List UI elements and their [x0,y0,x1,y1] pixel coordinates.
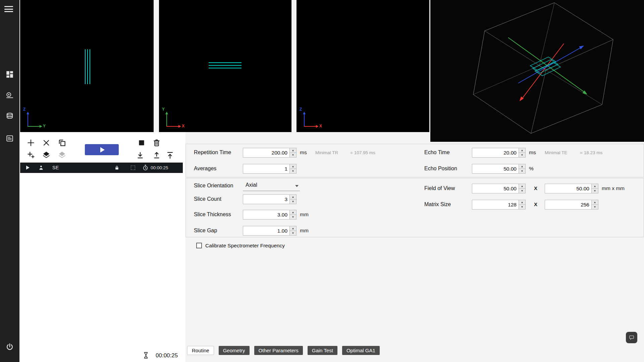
repetition-time-input[interactable]: 200.00 ▲▼ [243,148,297,158]
upload-button[interactable] [152,151,161,160]
spin-up-icon[interactable]: ▲ [592,200,598,205]
stop-icon [137,138,146,147]
z-axis-arrowhead-icon [303,112,306,114]
minimal-te-value: = 18.23 ms [580,150,602,155]
edit-slices-button[interactable] [42,150,51,159]
spin-down-icon[interactable]: ▼ [290,169,296,173]
averages-value[interactable]: 1 [243,164,289,173]
spin-down-icon[interactable]: ▼ [290,153,296,157]
slice-gap-value[interactable]: 1.00 [243,226,289,235]
layers-disabled-icon [58,150,66,159]
parameter-tabs: Routine Geometry Other Parameters Gain T… [187,346,380,355]
slice-count-input[interactable]: 3 ▲▼ [243,194,297,204]
sidebar [0,0,19,362]
slice-gap-input[interactable]: 1.00 ▲▼ [243,226,297,236]
field-of-view-y-value[interactable]: 50.00 [545,184,591,193]
axis-indicator: Z X [300,110,323,129]
slice-line [85,49,86,84]
tab-routine[interactable]: Routine [187,346,214,355]
spin-up-icon[interactable]: ▲ [290,148,296,153]
axis-indicator: Z Y [23,110,47,129]
publish-button[interactable] [166,151,174,160]
calibrate-checkbox[interactable] [196,243,202,248]
slice-thickness-input[interactable]: 3.00 ▲▼ [243,210,297,220]
viewport-3d[interactable] [430,0,644,142]
slice-line [209,62,241,63]
stop-button[interactable] [137,138,146,147]
spin-up-icon[interactable]: ▲ [519,148,525,153]
spin-down-icon[interactable]: ▼ [592,189,598,193]
field-of-view-y-input[interactable]: 50.00 ▲▼ [545,184,598,193]
tab-optimal-ga1[interactable]: Optimal GA1 [342,346,380,355]
download-button[interactable] [136,151,145,160]
axis-indicator: Y X [162,110,186,129]
viewport-coronal[interactable]: Y X [159,0,291,132]
spin-down-icon[interactable]: ▼ [519,169,525,173]
tab-other-parameters[interactable]: Other Parameters [254,346,303,355]
spin-up-icon[interactable]: ▲ [290,226,296,231]
echo-position-value[interactable]: 50.00 [472,164,519,173]
spin-up-icon[interactable]: ▲ [519,184,525,189]
spin-down-icon[interactable]: ▼ [519,205,525,209]
repetition-time-value[interactable]: 200.00 [243,148,289,157]
viewport-axial[interactable]: Z X [297,0,429,132]
sidebar-item-dashboard[interactable] [5,70,14,79]
queue-timer: 00:00:25 [151,165,168,170]
averages-input[interactable]: 1 ▲▼ [243,164,297,174]
matrix-size-x-value[interactable]: 128 [472,200,519,209]
power-button[interactable] [5,343,14,351]
spin-up-icon[interactable]: ▲ [290,164,296,169]
spin-down-icon[interactable]: ▼ [290,215,296,219]
edit-slices-disabled-button[interactable] [58,150,66,159]
slice-count-value[interactable]: 3 [243,195,289,204]
queue-play-icon[interactable] [26,166,30,170]
chat-badge[interactable] [626,332,637,343]
spinner: ▲▼ [519,184,525,193]
matrix-size-y-value[interactable]: 256 [545,200,591,209]
spin-up-icon[interactable]: ▲ [519,200,525,205]
spin-down-icon[interactable]: ▼ [519,189,525,193]
spin-down-icon[interactable]: ▼ [519,153,525,157]
slice-orientation-select[interactable]: Axial [243,181,300,191]
3d-scene [430,0,644,142]
add-multiple-button[interactable] [26,150,35,159]
cube-inner-edges [473,3,602,105]
viewport-sagittal[interactable]: Z Y [20,0,154,132]
x-icon [42,138,51,147]
selection-box-icon[interactable] [131,166,135,170]
sidebar-item-scanner[interactable] [5,91,14,100]
slice-thickness-value[interactable]: 3.00 [243,210,289,219]
copy-button[interactable] [58,138,66,147]
lock-icon[interactable] [114,165,120,171]
echo-position-input[interactable]: 50.00 ▲▼ [472,164,526,174]
delete-button[interactable] [152,138,161,147]
remove-button[interactable] [42,138,51,147]
sidebar-item-stack[interactable] [5,112,14,121]
echo-position-unit: % [529,166,534,172]
echo-time-input[interactable]: 20.00 ▲▼ [472,148,526,158]
axis-label-x: X [182,124,184,128]
slice-line [90,49,90,84]
spin-up-icon[interactable]: ▲ [290,195,296,199]
matrix-size-x-input[interactable]: 128 ▲▼ [472,200,526,209]
spinner: ▲▼ [289,226,296,235]
spin-up-icon[interactable]: ▲ [519,164,525,169]
matrix-size-y-input[interactable]: 256 ▲▼ [545,200,598,209]
queue-item[interactable]: SE 00:00:25 [20,163,183,173]
tab-gain-test[interactable]: Gain Test [308,346,337,355]
spin-down-icon[interactable]: ▼ [592,205,598,209]
person-icon[interactable] [38,165,44,171]
tab-geometry[interactable]: Geometry [219,346,250,355]
echo-time-value[interactable]: 20.00 [472,148,519,157]
spin-down-icon[interactable]: ▼ [290,199,296,204]
sidebar-item-article[interactable] [5,134,14,143]
spin-down-icon[interactable]: ▼ [290,231,296,235]
run-button[interactable] [85,144,119,155]
calibrate-label[interactable]: Calibrate Spectrometer Frequency [205,243,285,249]
field-of-view-x-input[interactable]: 50.00 ▲▼ [472,184,526,193]
spin-up-icon[interactable]: ▲ [290,210,296,215]
spin-up-icon[interactable]: ▲ [592,184,598,189]
field-of-view-x-value[interactable]: 50.00 [472,184,519,193]
menu-icon[interactable] [4,6,13,13]
add-button[interactable] [26,138,35,147]
